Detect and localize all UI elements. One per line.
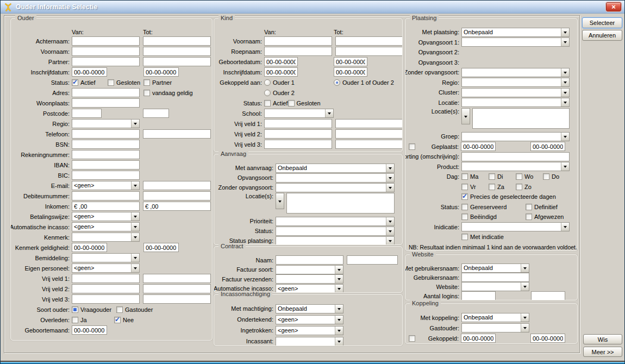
gesloten-checkbox[interactable]	[288, 100, 295, 106]
kind-vrij-veld-1-tot-input[interactable]	[335, 119, 402, 128]
aanvraag-zonder-opvangsoort-dropdown[interactable]	[276, 183, 395, 192]
bemiddeling-dropdown[interactable]	[72, 253, 140, 262]
dropdown-arrow-icon[interactable]	[131, 181, 139, 190]
zo-checkbox[interactable]	[516, 184, 522, 190]
dropdown-arrow-icon[interactable]	[386, 174, 394, 182]
dropdown-arrow-icon[interactable]	[386, 164, 394, 172]
telefoon-tot-input[interactable]	[143, 129, 211, 139]
za-checkbox[interactable]	[489, 184, 495, 190]
kind-vrij-veld-2-van-input[interactable]	[264, 129, 332, 139]
postcode-tot-input[interactable]	[143, 109, 169, 118]
dropdown-arrow-icon[interactable]	[335, 285, 343, 292]
dropdown-arrow-icon[interactable]	[335, 327, 343, 335]
betalingswijze-dropdown[interactable]: <geen>	[72, 212, 140, 221]
contract-naam-tot-input[interactable]	[347, 255, 398, 265]
dropdown-arrow-icon[interactable]	[561, 89, 569, 97]
dropdown-arrow-icon[interactable]	[335, 337, 343, 346]
met-gebruikersnaam-dropdown[interactable]: Onbepaald	[461, 263, 529, 273]
contract-naam-van-input[interactable]	[276, 255, 343, 265]
dropdown-arrow-icon[interactable]	[131, 233, 139, 241]
dropdown-arrow-icon[interactable]	[131, 212, 139, 221]
opvangsoort-1-dropdown[interactable]	[461, 37, 570, 47]
dropdown-arrow-icon[interactable]	[521, 283, 529, 291]
vrij-veld-2-van-input[interactable]	[72, 284, 140, 293]
met-koppeling-dropdown[interactable]: Onbepaald	[461, 313, 529, 322]
factuur-verzenden-dropdown[interactable]	[276, 274, 343, 284]
gereserveerd-checkbox[interactable]	[461, 204, 468, 210]
kind-inschrijfdatum-tot-input[interactable]	[334, 67, 367, 77]
gekoppeld-tot-input[interactable]	[530, 334, 565, 343]
vrij-veld-2-tot-input[interactable]	[143, 284, 211, 293]
contract-automatische-incasso-dropdown[interactable]: <geen>	[276, 284, 343, 292]
dropdown-arrow-icon[interactable]	[131, 254, 139, 262]
plaatsing-regio-dropdown[interactable]	[461, 78, 570, 87]
roepnaam-tot-input[interactable]	[335, 47, 402, 56]
plaatsing-locaties-dropdown-button[interactable]	[461, 108, 470, 124]
roepnaam-van-input[interactable]	[264, 47, 332, 56]
nee-checkbox[interactable]	[114, 317, 121, 323]
aanvraag-status-dropdown[interactable]	[276, 227, 395, 236]
kind-voornaam-tot-input[interactable]	[335, 36, 402, 46]
kind-inschrijfdatum-van-input[interactable]	[264, 67, 298, 77]
ingetrokken-dropdown[interactable]: <geen>	[276, 326, 343, 335]
title-bar[interactable]: Ouder Informatie Selectie ×	[1, 1, 624, 14]
dropdown-arrow-icon[interactable]	[131, 223, 139, 231]
gesloten-checkbox[interactable]	[108, 79, 114, 86]
gebruikersnaam-input[interactable]	[461, 273, 529, 282]
wo-checkbox[interactable]	[516, 173, 522, 180]
dropdown-arrow-icon[interactable]	[561, 223, 569, 231]
actief-checkbox[interactable]	[72, 79, 78, 86]
ja-checkbox[interactable]	[72, 317, 78, 323]
vrij-veld-1-van-input[interactable]	[72, 274, 140, 283]
geboortemaand-input[interactable]	[72, 325, 107, 335]
school-dropdown[interactable]	[264, 109, 334, 118]
aanvraag-locaties-listbox[interactable]	[286, 193, 395, 214]
dropdown-arrow-icon[interactable]	[521, 324, 529, 332]
voornaam-van-input[interactable]	[72, 47, 140, 56]
kind-voornaam-van-input[interactable]	[264, 36, 332, 46]
product-dropdown[interactable]	[461, 162, 570, 171]
geplaatst-van-input[interactable]	[461, 142, 496, 151]
aantal-logins-tot-input[interactable]	[531, 291, 565, 300]
geboortedatum-van-input[interactable]	[264, 57, 298, 66]
kenmerk-dropdown[interactable]	[72, 233, 140, 242]
annuleren-button[interactable]: Annuleren	[582, 30, 622, 41]
iban-input[interactable]	[72, 160, 140, 170]
dropdown-arrow-icon[interactable]	[131, 120, 139, 128]
vr-checkbox[interactable]	[461, 184, 468, 190]
plaatsing-zonder-opvangsoort-dropdown[interactable]	[461, 68, 570, 77]
afgewezen-checkbox[interactable]	[526, 214, 532, 220]
vandaag-geldig-checkbox[interactable]	[143, 90, 150, 96]
geplaatst-flag-checkbox[interactable]	[409, 143, 415, 150]
ouder-1-radio[interactable]	[264, 79, 271, 86]
vrij-veld-3-van-input[interactable]	[72, 294, 140, 304]
kind-vrij-veld-3-van-input[interactable]	[264, 140, 332, 149]
email-tot-input[interactable]	[143, 181, 211, 190]
regio-dropdown[interactable]	[72, 119, 140, 128]
partner-van-input[interactable]	[72, 57, 140, 66]
email-dropdown[interactable]: <geen>	[72, 181, 140, 190]
prioriteit-dropdown[interactable]	[276, 217, 395, 226]
dropdown-arrow-icon[interactable]	[521, 313, 529, 322]
debiteurnummer-tot-input[interactable]	[143, 191, 211, 200]
voornaam-tot-input[interactable]	[143, 47, 211, 56]
actief-checkbox[interactable]	[264, 100, 271, 106]
kind-vrij-veld-1-van-input[interactable]	[264, 119, 332, 128]
kenmerk-geldigheid-van-input[interactable]	[72, 243, 107, 252]
dropdown-arrow-icon[interactable]	[561, 78, 569, 86]
achternaam-tot-input[interactable]	[143, 36, 211, 46]
be-indigd-checkbox[interactable]	[461, 214, 468, 220]
gastouder-checkbox[interactable]	[116, 306, 123, 313]
woonplaats-input[interactable]	[72, 98, 140, 108]
do-checkbox[interactable]	[543, 173, 549, 180]
di-checkbox[interactable]	[489, 173, 495, 180]
dropdown-arrow-icon[interactable]	[561, 68, 569, 77]
ouder-2-radio[interactable]	[264, 90, 271, 96]
ondertekend-dropdown[interactable]: <geen>	[276, 315, 343, 324]
dropdown-arrow-icon[interactable]	[521, 264, 529, 272]
dropdown-arrow-icon[interactable]	[335, 266, 343, 274]
inkomen-van-input[interactable]	[72, 202, 140, 211]
dropdown-arrow-icon[interactable]	[386, 227, 394, 235]
plaatsing-locaties-listbox[interactable]	[472, 108, 570, 129]
gekoppeld-flag-checkbox[interactable]	[409, 335, 415, 342]
